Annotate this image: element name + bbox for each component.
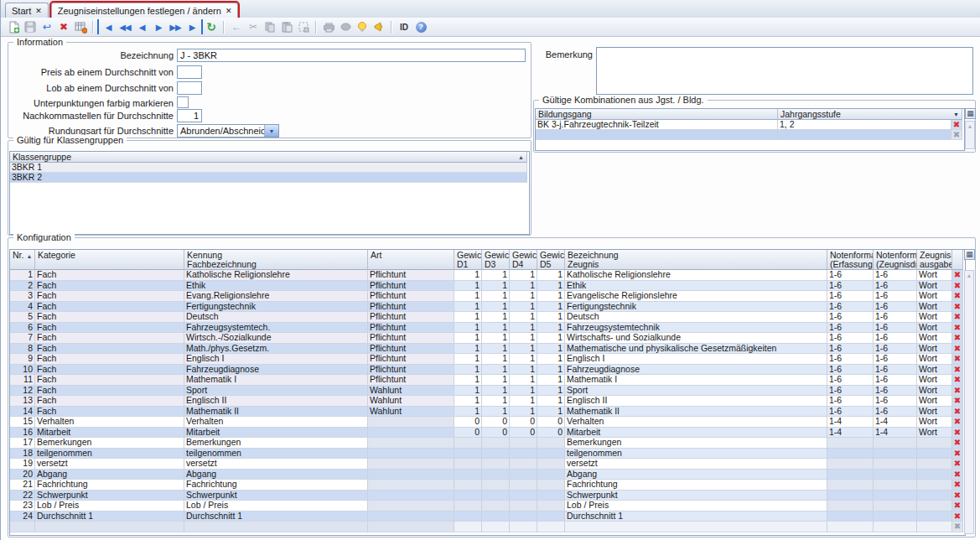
art-cell[interactable] bbox=[368, 522, 454, 532]
gewicht-d4-cell[interactable] bbox=[510, 449, 537, 460]
table-row[interactable]: 5FachDeutschPflichtunt1111Deutsch1-61-6W… bbox=[10, 312, 965, 323]
zeugnisausgabe-cell[interactable] bbox=[917, 480, 952, 491]
notenformat-erfassung-cell[interactable] bbox=[827, 459, 874, 470]
kennung-cell[interactable]: Fachrichtung bbox=[184, 480, 368, 491]
kategorie-cell[interactable]: Verhalten bbox=[35, 417, 184, 428]
notenformat-erfassung-cell[interactable] bbox=[827, 480, 874, 491]
zeugnisausgabe-cell[interactable] bbox=[917, 438, 952, 449]
nr-cell[interactable]: 4 bbox=[10, 302, 35, 313]
save-icon[interactable] bbox=[22, 19, 39, 34]
delete-row-icon[interactable]: ✖ bbox=[952, 522, 963, 532]
notenformat-erfassung-cell[interactable] bbox=[827, 491, 874, 501]
gewicht-d4-cell[interactable]: 1 bbox=[510, 386, 537, 397]
paste-icon[interactable] bbox=[278, 19, 295, 34]
gewicht-d5-cell[interactable] bbox=[537, 480, 565, 491]
zeugnisausgabe-cell[interactable] bbox=[917, 470, 952, 480]
delete-row-icon[interactable]: ✖ bbox=[952, 344, 963, 355]
delete-row-icon[interactable]: ✖ bbox=[952, 449, 963, 460]
gewicht-d4-cell[interactable]: 1 bbox=[510, 270, 537, 281]
gewicht-d4-cell[interactable]: 1 bbox=[510, 323, 537, 334]
delete-row-icon[interactable]: ✖ bbox=[952, 438, 963, 449]
notenformat-erfassung-cell[interactable]: 1-6 bbox=[827, 333, 874, 344]
gewicht-d1-cell[interactable]: 1 bbox=[454, 323, 482, 334]
notenformat-zeugnisdruck-cell[interactable] bbox=[874, 470, 917, 480]
art-cell[interactable] bbox=[368, 438, 454, 449]
gewicht-d3-cell[interactable] bbox=[482, 449, 510, 460]
notenformat-zeugnisdruck-cell[interactable]: 1-4 bbox=[874, 417, 917, 428]
zeugnisausgabe-cell[interactable] bbox=[917, 449, 952, 460]
bezeichnung-zeugnis-cell[interactable]: Bemerkungen bbox=[565, 438, 827, 449]
kategorie-cell[interactable]: Fach bbox=[35, 270, 184, 281]
nr-cell[interactable]: 13 bbox=[10, 396, 35, 407]
list-item[interactable]: 3BKR 1 bbox=[10, 163, 529, 173]
nr-cell[interactable]: 2 bbox=[10, 281, 35, 292]
nr-cell[interactable]: 12 bbox=[10, 386, 35, 397]
gewicht-d5-cell[interactable]: 1 bbox=[537, 270, 565, 281]
gewicht-d3-cell[interactable]: 1 bbox=[482, 344, 510, 355]
art-cell[interactable] bbox=[368, 501, 454, 511]
konfiguration-scrollbar[interactable]: ▲ bbox=[964, 270, 974, 534]
gewicht-d4-cell[interactable]: 1 bbox=[510, 281, 537, 292]
kategorie-cell[interactable]: Durchschnitt 1 bbox=[35, 511, 184, 522]
delete-row-icon[interactable]: ✖ bbox=[952, 270, 963, 281]
kennung-cell[interactable]: Mathematik II bbox=[184, 407, 368, 418]
gewicht-d3-cell[interactable] bbox=[482, 470, 510, 480]
column-chooser-icon[interactable]: ▦ bbox=[965, 108, 976, 119]
art-cell[interactable]: Pflichtunt bbox=[368, 375, 454, 386]
kategorie-cell[interactable] bbox=[35, 522, 184, 532]
art-cell[interactable]: Pflichtunt bbox=[368, 344, 454, 355]
lob-input[interactable] bbox=[177, 81, 202, 95]
kategorie-cell[interactable]: Lob / Preis bbox=[35, 501, 184, 511]
table-row[interactable]: 9FachEnglisch IPflichtunt1111Englisch I1… bbox=[10, 354, 965, 365]
bezeichnung-zeugnis-cell[interactable]: Ethik bbox=[565, 281, 827, 292]
kategorie-cell[interactable]: Fach bbox=[35, 396, 184, 407]
notenformat-erfassung-cell[interactable]: 1-6 bbox=[827, 312, 874, 323]
kategorie-cell[interactable]: Fach bbox=[35, 291, 184, 302]
kennung-cell[interactable]: versetzt bbox=[184, 459, 368, 470]
table-row[interactable]: 20AbgangAbgangAbgang✖ bbox=[10, 470, 965, 480]
kategorie-cell[interactable]: Fach bbox=[35, 386, 184, 397]
table-row[interactable]: 3FachEvang.ReligionslehrePflichtunt1111E… bbox=[10, 291, 965, 302]
gewicht-d1-cell[interactable]: 0 bbox=[454, 428, 482, 439]
new-record-icon[interactable] bbox=[5, 19, 22, 34]
zeugnisausgabe-cell[interactable] bbox=[917, 501, 952, 511]
kennung-cell[interactable]: Durchschnitt 1 bbox=[184, 511, 368, 522]
table-row[interactable]: 14FachMathematik IIWahlunt1111Mathematik… bbox=[10, 407, 965, 418]
chevron-down-icon[interactable]: ▼ bbox=[264, 125, 278, 137]
delete-row-icon[interactable]: ✖ bbox=[952, 365, 963, 376]
gewicht-d5-cell[interactable]: 1 bbox=[537, 302, 565, 313]
jahrgangsstufe-cell[interactable] bbox=[778, 130, 951, 140]
notenformat-erfassung-cell[interactable] bbox=[827, 511, 874, 522]
kennung-cell[interactable]: Schwerpunkt bbox=[184, 491, 368, 501]
gewicht-d5-cell[interactable] bbox=[537, 511, 565, 522]
table-row[interactable]: 19versetztversetztversetzt✖ bbox=[10, 459, 965, 470]
help-icon[interactable]: ? bbox=[412, 19, 429, 34]
zeugnisausgabe-cell[interactable]: Wort bbox=[917, 281, 952, 292]
gewicht-d3-cell[interactable]: 1 bbox=[482, 375, 510, 386]
delete-row-icon[interactable]: ✖ bbox=[951, 120, 962, 130]
art-cell[interactable]: Pflichtunt bbox=[368, 365, 454, 376]
notenformat-zeugnisdruck-cell[interactable] bbox=[874, 511, 917, 522]
delete-row-icon[interactable]: ✖ bbox=[952, 396, 963, 407]
gewicht-d4-cell[interactable]: 1 bbox=[510, 312, 537, 323]
bezeichnung-zeugnis-cell[interactable]: Fahrzeugdiagnose bbox=[565, 365, 827, 376]
nr-cell[interactable]: 20 bbox=[10, 470, 35, 480]
art-cell[interactable]: Pflichtunt bbox=[368, 270, 454, 281]
scroll-up-icon[interactable]: ▲ bbox=[965, 271, 973, 280]
gewicht-d1-cell[interactable]: 1 bbox=[454, 386, 482, 397]
gewicht-d3-cell[interactable]: 1 bbox=[482, 386, 510, 397]
gewicht-d3-cell[interactable] bbox=[482, 459, 510, 470]
art-cell[interactable]: Pflichtunt bbox=[368, 291, 454, 302]
gewicht-d3-cell[interactable]: 1 bbox=[482, 270, 510, 281]
gewicht-d4-cell[interactable]: 0 bbox=[510, 417, 537, 428]
art-cell[interactable]: Pflichtunt bbox=[368, 333, 454, 344]
table-row[interactable]: 10FachFahrzeugdiagnosePflichtunt1111Fahr… bbox=[10, 365, 965, 376]
gewicht-d5-cell[interactable]: 0 bbox=[537, 417, 565, 428]
gewicht-d4-cell[interactable] bbox=[510, 522, 537, 532]
gewicht-d3-cell[interactable] bbox=[482, 501, 510, 511]
notenformat-erfassung-cell[interactable]: 1-6 bbox=[827, 354, 874, 365]
notenformat-erfassung-cell[interactable]: 1-6 bbox=[827, 302, 874, 313]
refresh-icon[interactable]: ↻ bbox=[203, 19, 220, 34]
unterpunktungen-checkbox[interactable] bbox=[177, 96, 189, 108]
zeugnisausgabe-cell[interactable] bbox=[917, 522, 952, 532]
